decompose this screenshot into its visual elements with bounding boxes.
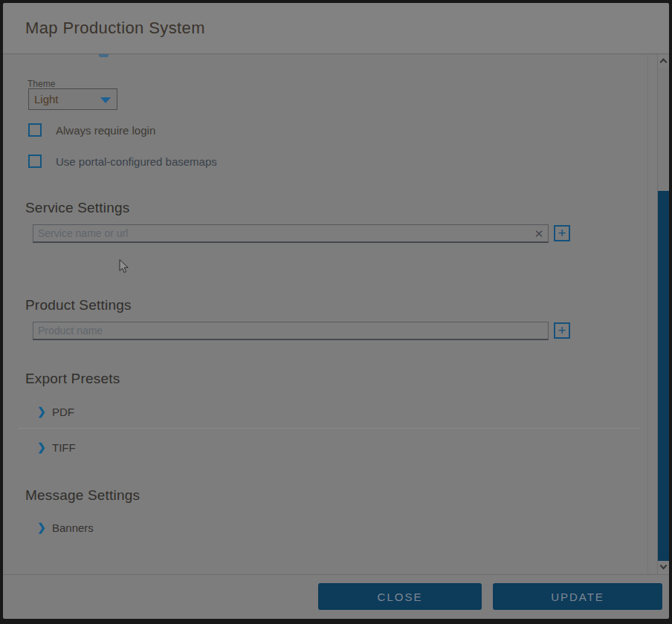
- update-button[interactable]: UPDATE: [493, 583, 662, 610]
- product-settings-heading: Product Settings: [25, 297, 132, 313]
- always-require-login-checkbox[interactable]: [28, 123, 42, 137]
- checkbox-label: Use portal-configured basemaps: [56, 155, 217, 168]
- chevron-right-icon: ❯: [37, 441, 46, 453]
- row-divider: [19, 428, 639, 429]
- theme-select[interactable]: Light: [28, 88, 117, 110]
- service-settings-heading: Service Settings: [25, 200, 130, 216]
- mouse-cursor: [119, 259, 129, 274]
- vertical-scrollbar[interactable]: [657, 54, 669, 574]
- product-name-input[interactable]: [33, 322, 549, 340]
- chevron-up-icon: [660, 59, 668, 66]
- expander-label: Banners: [52, 521, 94, 534]
- caret-down-icon: [100, 97, 111, 103]
- page-title: Map Production System: [25, 19, 205, 38]
- dialog-header: Map Production System: [3, 3, 669, 53]
- clear-icon[interactable]: ✕: [532, 227, 546, 241]
- clipped-scrolled-control: [99, 54, 109, 57]
- chevron-right-icon: ❯: [37, 406, 46, 417]
- use-portal-basemaps-checkbox[interactable]: [28, 155, 42, 168]
- export-presets-heading: Export Presets: [25, 371, 120, 387]
- expander-label: TIFF: [52, 441, 76, 454]
- service-name-input[interactable]: [33, 224, 549, 243]
- add-product-button[interactable]: +: [554, 322, 570, 339]
- screen: Map Production System Theme Light Always…: [0, 0, 672, 624]
- chevron-down-icon: [660, 562, 668, 570]
- content-edge-line: [647, 54, 648, 574]
- map-production-system-dialog: Map Production System Theme Light Always…: [3, 3, 669, 619]
- theme-label: Theme: [28, 79, 55, 89]
- close-button[interactable]: CLOSE: [318, 583, 482, 610]
- dialog-footer: CLOSE UPDATE: [3, 574, 669, 619]
- message-settings-heading: Message Settings: [25, 487, 140, 504]
- scroll-down-button[interactable]: [658, 561, 669, 574]
- expander-label: PDF: [52, 406, 74, 418]
- scrollbar-thumb[interactable]: [658, 191, 669, 561]
- add-service-button[interactable]: +: [554, 225, 570, 241]
- theme-select-value: Light: [34, 93, 59, 105]
- chevron-right-icon: ❯: [37, 521, 46, 533]
- checkbox-label: Always require login: [56, 124, 155, 137]
- scroll-up-button[interactable]: [658, 54, 669, 68]
- settings-scroll-area[interactable]: Theme Light Always require login Use por…: [3, 54, 669, 574]
